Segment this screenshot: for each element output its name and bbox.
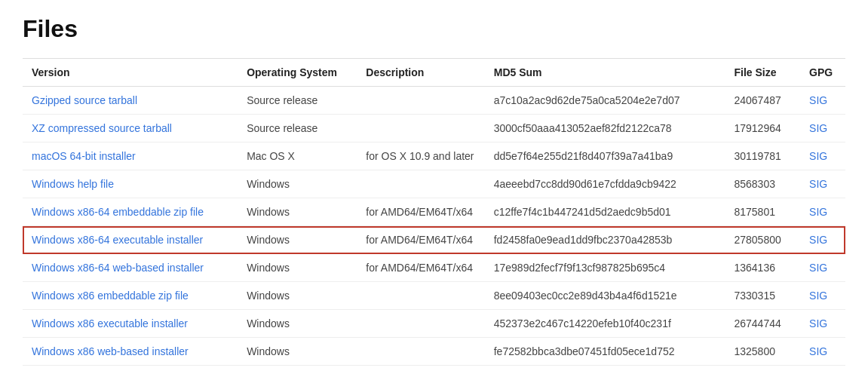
file-size: 1364136 xyxy=(725,254,800,282)
table-row: Gzipped source tarballSource releasea7c1… xyxy=(23,87,845,115)
column-header-gpg: GPG xyxy=(800,59,845,87)
file-version-link[interactable]: macOS 64-bit installer xyxy=(32,150,136,162)
file-size: 17912964 xyxy=(725,115,800,143)
file-md5: a7c10a2ac9d62de75a0ca5204e2e7d07 xyxy=(485,87,725,115)
file-os: Windows xyxy=(238,170,357,198)
file-os: Windows xyxy=(238,282,357,310)
file-description xyxy=(357,338,484,366)
column-header-filesize: File Size xyxy=(725,59,800,87)
file-os: Windows xyxy=(238,254,357,282)
column-header-version: Version xyxy=(23,59,238,87)
file-size: 24067487 xyxy=(725,87,800,115)
column-header-md5: MD5 Sum xyxy=(485,59,725,87)
table-row: Windows x86-64 executable installerWindo… xyxy=(23,226,845,254)
file-version-link[interactable]: Windows x86-64 executable installer xyxy=(32,234,203,246)
gpg-sig-link[interactable]: SIG xyxy=(809,317,827,329)
file-version-link[interactable]: Windows help file xyxy=(32,178,114,190)
file-version-link[interactable]: Windows x86 embeddable zip file xyxy=(32,290,189,302)
table-row: Windows x86 executable installerWindows4… xyxy=(23,310,845,338)
page-title: Files xyxy=(23,15,845,43)
file-description xyxy=(357,87,484,115)
table-row: XZ compressed source tarballSource relea… xyxy=(23,115,845,143)
table-header-row: Version Operating System Description MD5… xyxy=(23,59,845,87)
file-description xyxy=(357,310,484,338)
file-size: 1325800 xyxy=(725,338,800,366)
file-description: for AMD64/EM64T/x64 xyxy=(357,254,484,282)
file-version-link[interactable]: Gzipped source tarball xyxy=(32,94,137,106)
table-row: Windows x86 embeddable zip fileWindows8e… xyxy=(23,282,845,310)
file-md5: dd5e7f64e255d21f8d407f39a7a41ba9 xyxy=(485,143,725,170)
file-md5: 3000cf50aaa413052aef82fd2122ca78 xyxy=(485,115,725,143)
file-size: 8175801 xyxy=(725,198,800,226)
file-md5: 8ee09403ec0cc2e89d43b4a4f6d1521e xyxy=(485,282,725,310)
file-os: Mac OS X xyxy=(238,143,357,170)
table-row: Windows x86-64 web-based installerWindow… xyxy=(23,254,845,282)
file-os: Windows xyxy=(238,226,357,254)
table-row: macOS 64-bit installerMac OS Xfor OS X 1… xyxy=(23,143,845,170)
file-md5: fe72582bbca3dbe07451fd05ece1d752 xyxy=(485,338,725,366)
file-description: for AMD64/EM64T/x64 xyxy=(357,198,484,226)
file-md5: c12ffe7f4c1b447241d5d2aedc9b5d01 xyxy=(485,198,725,226)
column-header-os: Operating System xyxy=(238,59,357,87)
gpg-sig-link[interactable]: SIG xyxy=(809,290,827,302)
gpg-sig-link[interactable]: SIG xyxy=(809,150,827,162)
gpg-sig-link[interactable]: SIG xyxy=(809,94,827,106)
file-size: 27805800 xyxy=(725,226,800,254)
gpg-sig-link[interactable]: SIG xyxy=(809,345,827,357)
file-description xyxy=(357,115,484,143)
file-version-link[interactable]: Windows x86-64 web-based installer xyxy=(32,262,204,274)
gpg-sig-link[interactable]: SIG xyxy=(809,206,827,218)
file-version-link[interactable]: Windows x86 executable installer xyxy=(32,317,188,329)
file-os: Windows xyxy=(238,198,357,226)
file-description xyxy=(357,282,484,310)
file-md5: 452373e2c467c14220efeb10f40c231f xyxy=(485,310,725,338)
file-os: Source release xyxy=(238,87,357,115)
file-md5: 4aeeebd7cc8dd90d61e7cfdda9cb9422 xyxy=(485,170,725,198)
gpg-sig-link[interactable]: SIG xyxy=(809,178,827,190)
file-os: Windows xyxy=(238,310,357,338)
table-row: Windows x86-64 embeddable zip fileWindow… xyxy=(23,198,845,226)
table-row: Windows x86 web-based installerWindowsfe… xyxy=(23,338,845,366)
file-description: for OS X 10.9 and later xyxy=(357,143,484,170)
file-version-link[interactable]: XZ compressed source tarball xyxy=(32,122,172,134)
file-size: 7330315 xyxy=(725,282,800,310)
file-version-link[interactable]: Windows x86-64 embeddable zip file xyxy=(32,206,204,218)
file-size: 30119781 xyxy=(725,143,800,170)
file-description xyxy=(357,170,484,198)
gpg-sig-link[interactable]: SIG xyxy=(809,122,827,134)
table-row: Windows help fileWindows4aeeebd7cc8dd90d… xyxy=(23,170,845,198)
file-os: Windows xyxy=(238,338,357,366)
file-md5: 17e989d2fecf7f9f13cf987825b695c4 xyxy=(485,254,725,282)
file-size: 26744744 xyxy=(725,310,800,338)
gpg-sig-link[interactable]: SIG xyxy=(809,262,827,274)
files-table: Version Operating System Description MD5… xyxy=(23,58,845,366)
file-version-link[interactable]: Windows x86 web-based installer xyxy=(32,345,189,357)
file-description: for AMD64/EM64T/x64 xyxy=(357,226,484,254)
file-md5: fd2458fa0e9ead1dd9fbc2370a42853b xyxy=(485,226,725,254)
file-size: 8568303 xyxy=(725,170,800,198)
file-os: Source release xyxy=(238,115,357,143)
gpg-sig-link[interactable]: SIG xyxy=(809,234,827,246)
column-header-description: Description xyxy=(357,59,484,87)
